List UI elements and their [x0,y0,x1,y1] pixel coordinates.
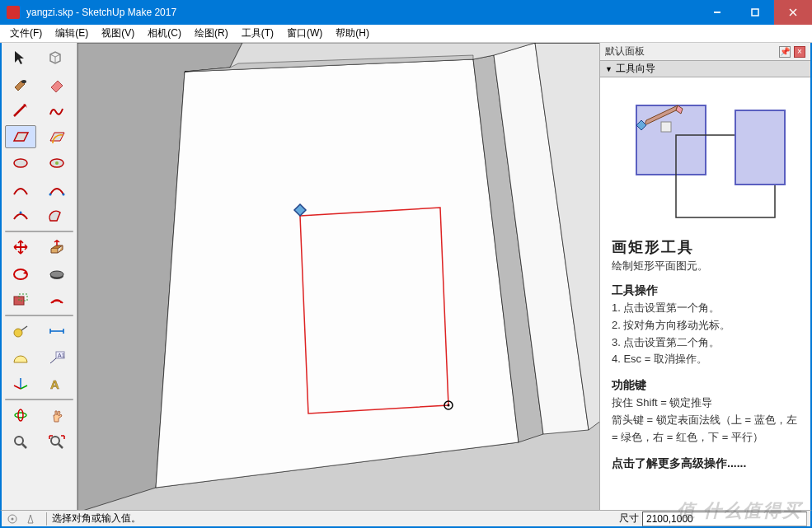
svg-point-20 [15,413,26,418]
menu-edit[interactable]: 编辑(E) [49,25,95,42]
pan-tool[interactable] [41,404,73,427]
measurement-input[interactable] [642,512,807,526]
close-button[interactable] [774,0,812,25]
svg-point-7 [55,161,59,165]
zoom-extents-tool[interactable] [41,430,73,453]
menu-bar: 文件(F) 编辑(E) 视图(V) 相机(C) 绘图(R) 工具(T) 窗口(W… [0,25,812,43]
menu-help[interactable]: 帮助(H) [329,25,376,42]
svg-point-13 [50,271,63,278]
text-tool[interactable]: A1 [41,346,73,369]
svg-point-23 [51,437,59,445]
orbit-tool[interactable] [5,404,36,427]
svg-marker-27 [156,59,519,488]
tape-tool[interactable] [5,320,36,343]
measurement-label: 尺寸 [619,512,639,526]
tool-description: 绘制矩形平面图元。 [612,259,799,273]
paint-tool[interactable] [5,72,36,96]
pushpull-tool[interactable] [41,236,73,259]
collapse-icon: ▼ [605,65,613,73]
modeling-viewport[interactable] [77,43,599,510]
svg-point-21 [18,409,23,421]
menu-file[interactable]: 文件(F) [3,25,49,42]
tray-header[interactable]: 默认面板 📌 × [600,43,810,61]
sep2 [5,315,73,316]
tray-close-icon[interactable]: × [794,46,805,58]
window-controls [698,0,812,25]
protractor-tool[interactable] [5,346,36,369]
step-4: 4. Esc = 取消操作。 [612,351,799,368]
menu-camera[interactable]: 相机(C) [141,25,188,42]
default-tray: 默认面板 📌 × ▼ 工具向导 画矩形工具 绘制矩形平 [599,43,810,510]
svg-point-8 [49,194,51,196]
svg-rect-37 [661,122,671,132]
menu-window[interactable]: 窗口(W) [280,25,329,42]
status-bar: 选择对角或输入值。 尺寸 [0,510,812,528]
svg-text:A1: A1 [58,353,65,358]
rotated-rectangle-tool[interactable] [41,125,73,148]
tray-title: 默认面板 [605,44,645,58]
svg-point-16 [14,329,22,337]
followme-tool[interactable] [41,262,73,285]
svg-point-11 [14,269,27,279]
circle-tool[interactable] [5,152,36,175]
step-2: 2. 按对角方向移动光标。 [612,317,799,334]
rectangle-tool[interactable] [5,125,36,148]
svg-point-39 [12,517,14,520]
svg-text:A: A [50,377,59,391]
minimize-button[interactable] [698,0,736,25]
svg-point-4 [21,80,26,83]
svg-rect-34 [636,105,706,175]
title-bar: yangzi.skp - SketchUp Make 2017 [0,0,812,25]
make-component-tool[interactable] [41,46,73,69]
operation-steps: 1. 点击设置第一个角。 2. 按对角方向移动光标。 3. 点击设置第二个角。 … [612,300,799,368]
zoom-tool[interactable] [5,430,36,453]
instructor-panel-header[interactable]: ▼ 工具向导 [600,61,810,77]
geolocation-icon[interactable] [5,512,20,526]
menu-view[interactable]: 视图(V) [95,25,141,42]
modifier-keys-heading: 功能键 [612,378,799,393]
menu-tools[interactable]: 工具(T) [235,25,280,42]
svg-point-33 [448,404,450,407]
window-title: yangzi.skp - SketchUp Make 2017 [26,7,698,18]
toolbar: A1 A [2,43,77,510]
credits-icon[interactable] [23,512,38,526]
pie-arc-tool[interactable] [41,204,73,227]
svg-point-22 [15,437,23,445]
operation-heading: 工具操作 [612,283,799,298]
app-icon [7,6,20,19]
offset-tool[interactable] [41,288,73,311]
modifier-keys-text: 按住 Shift = 锁定推导 箭头键 = 锁定表面法线（上 = 蓝色，左 = … [612,395,799,446]
3dtext-tool[interactable]: A [41,372,73,395]
eraser-tool[interactable] [41,72,73,96]
2point-arc-tool[interactable] [41,178,73,201]
dimension-tool[interactable] [41,320,73,343]
svg-rect-36 [735,110,785,185]
svg-point-5 [14,159,27,167]
svg-point-10 [20,212,22,214]
3point-arc-tool[interactable] [5,204,36,227]
learn-more-link[interactable]: 点击了解更多高级操作...... [612,456,799,471]
scale-tool[interactable] [5,288,36,311]
tool-name-heading: 画矩形工具 [612,237,799,257]
sep1 [5,231,73,232]
select-tool[interactable] [5,46,36,69]
instructor-diagram [612,86,799,226]
instructor-title: 工具向导 [616,62,655,76]
move-tool[interactable] [5,236,36,259]
svg-rect-1 [752,9,758,16]
instructor-body: 画矩形工具 绘制矩形平面图元。 工具操作 1. 点击设置第一个角。 2. 按对角… [600,77,810,510]
step-3: 3. 点击设置第二个角。 [612,334,799,352]
line-tool[interactable] [5,99,36,122]
pin-icon[interactable]: 📌 [779,46,791,58]
arc-tool[interactable] [5,178,36,201]
step-1: 1. 点击设置第一个角。 [612,300,799,317]
sep3 [5,399,73,400]
axes-tool[interactable] [5,372,36,395]
rotate-tool[interactable] [5,262,36,285]
polygon-tool[interactable] [41,152,73,175]
svg-point-9 [62,194,64,196]
freehand-tool[interactable] [41,99,73,122]
status-prompt: 选择对角或输入值。 [52,512,619,526]
maximize-button[interactable] [736,0,774,25]
menu-draw[interactable]: 绘图(R) [188,25,235,42]
